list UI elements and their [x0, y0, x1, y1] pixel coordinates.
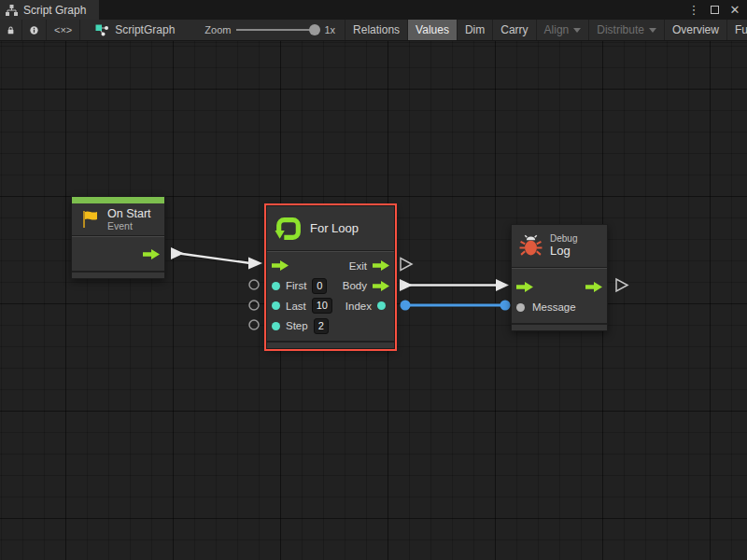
node-footer — [267, 341, 394, 348]
align-label: Align — [544, 23, 570, 36]
zoom-control: Zoom 1x — [184, 20, 345, 40]
message-input-port[interactable] — [516, 303, 525, 312]
graph-asset[interactable]: ScriptGraph — [80, 20, 184, 40]
script-graph-window: Script Graph ⋮ ✕ <×> — [0, 0, 747, 560]
node-subtitle: Event — [107, 220, 151, 231]
zoom-slider-handle[interactable] — [309, 24, 320, 35]
distribute-dropdown[interactable]: Distribute — [588, 20, 664, 40]
node-footer — [72, 271, 164, 278]
values-button[interactable]: Values — [407, 20, 457, 40]
ports — [72, 236, 164, 271]
port-row: Message — [512, 297, 607, 317]
script-graph-asset-icon — [95, 24, 109, 36]
titlebar: Script Graph ⋮ ✕ — [0, 0, 747, 20]
body-output-port[interactable] — [373, 281, 389, 291]
zoom-slider[interactable] — [236, 29, 318, 31]
node-for-loop[interactable]: For Loop Exit First — [266, 205, 395, 349]
node-title: For Loop — [310, 221, 359, 235]
port-label-step: Step — [286, 320, 308, 331]
flag-icon — [79, 209, 100, 230]
distribute-label: Distribute — [597, 23, 644, 36]
exit-output-port[interactable] — [373, 260, 389, 271]
info-icon — [30, 24, 38, 36]
node-debug-log[interactable]: Debug Log Message — [511, 224, 608, 331]
zoom-level: 1x — [324, 24, 335, 35]
trigger-output-port[interactable] — [143, 249, 160, 259]
node-header: On Start Event — [72, 203, 164, 236]
loop-icon — [275, 215, 303, 243]
code-view-button[interactable]: <×> — [47, 20, 80, 40]
port-row: Step 2 — [267, 316, 394, 337]
event-stripe — [72, 197, 164, 203]
zoom-label: Zoom — [204, 24, 231, 35]
exit-output-port[interactable] — [585, 282, 602, 292]
port-row — [72, 240, 164, 268]
port-row: Exit — [267, 256, 394, 276]
port-label-exit: Exit — [349, 260, 367, 272]
graph-tab-icon — [6, 5, 18, 16]
last-value-field[interactable]: 10 — [312, 298, 332, 314]
step-input-port[interactable] — [272, 322, 280, 330]
node-on-start[interactable]: On Start Event — [71, 196, 165, 279]
port-row: Last 10 Index — [267, 296, 394, 316]
dim-button[interactable]: Dim — [457, 20, 492, 40]
maximize-button[interactable] — [706, 2, 723, 19]
code-icon: <×> — [54, 24, 72, 35]
chevron-down-icon — [573, 28, 581, 33]
tab-title: Script Graph — [23, 4, 86, 17]
node-header: For Loop — [267, 206, 394, 251]
node-title: On Start — [107, 207, 151, 220]
enter-input-port[interactable] — [516, 282, 533, 292]
enter-input-port[interactable] — [272, 260, 289, 271]
chevron-down-icon — [649, 28, 656, 33]
graph-asset-label: ScriptGraph — [115, 23, 175, 36]
bug-icon — [519, 234, 543, 258]
port-row: First 0 Body — [267, 276, 394, 297]
lock-icon — [7, 24, 14, 36]
window-menu-button[interactable]: ⋮ — [685, 2, 702, 19]
align-dropdown[interactable]: Align — [536, 20, 589, 40]
toolbar: <×> ScriptGraph Zoom 1x Relations Values… — [0, 20, 747, 41]
index-output-port[interactable] — [377, 301, 386, 310]
close-button[interactable]: ✕ — [726, 2, 743, 19]
port-label-body: Body — [343, 280, 367, 291]
info-button[interactable] — [22, 20, 47, 40]
lock-button[interactable] — [0, 20, 22, 40]
step-value-field[interactable]: 2 — [314, 318, 329, 334]
first-value-field[interactable]: 0 — [312, 278, 327, 294]
port-label-first: First — [286, 280, 306, 291]
window-controls: ⋮ ✕ — [685, 0, 743, 20]
relations-button[interactable]: Relations — [345, 20, 407, 40]
maximize-icon — [711, 6, 719, 14]
tab-script-graph[interactable]: Script Graph — [0, 0, 99, 20]
node-header: Debug Log — [512, 225, 607, 268]
ports: Exit First 0 Body — [267, 251, 394, 341]
port-label-last: Last — [286, 301, 306, 312]
port-label-message: Message — [532, 301, 576, 313]
port-row — [512, 276, 607, 297]
fullscreen-button[interactable]: Full Screen — [726, 20, 747, 40]
last-input-port[interactable] — [272, 301, 280, 310]
first-input-port[interactable] — [272, 282, 280, 290]
carry-button[interactable]: Carry — [492, 20, 535, 40]
overview-button[interactable]: Overview — [664, 20, 726, 40]
node-title: Log — [550, 245, 577, 259]
node-footer — [512, 323, 607, 330]
ports: Message — [512, 268, 607, 323]
port-label-index: Index — [345, 301, 372, 312]
